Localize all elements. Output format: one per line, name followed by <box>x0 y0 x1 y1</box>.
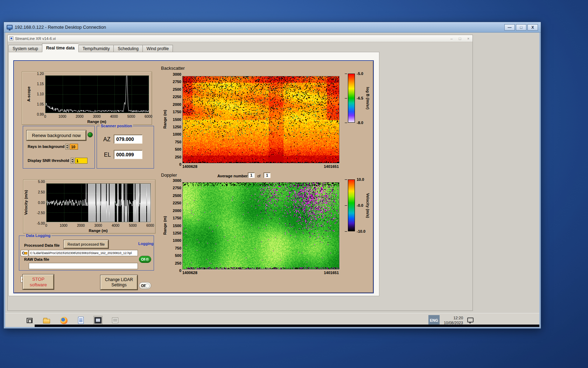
tab-bar: System setup Real time data Temp/humidit… <box>8 43 173 52</box>
remote-desktop: StreamLine XR v14-6.vi – □ × System setu… <box>5 33 539 327</box>
stop-software-button[interactable]: STOP software <box>23 274 54 289</box>
data-logging-group: Data Logging Processed Data file Restart… <box>19 236 154 271</box>
app-titlebar[interactable]: StreamLine XR v14-6.vi – □ × <box>8 35 472 42</box>
snr-value-field[interactable]: 1 <box>75 158 88 164</box>
file-explorer-icon[interactable] <box>42 316 51 325</box>
change-button-line2: Settings <box>111 282 126 288</box>
system-tray: ENG 12:20 10/08/2023 <box>428 315 474 326</box>
tick-label: 5.00 <box>38 180 45 184</box>
el-label: EL <box>104 152 111 158</box>
colorbar-tick <box>345 123 347 123</box>
language-indicator[interactable]: ENG <box>428 315 440 326</box>
tick-label: 1000 <box>58 115 66 118</box>
maximize-button[interactable]: □ <box>516 24 526 30</box>
average-count-field[interactable]: 1 <box>264 172 271 178</box>
task-view-icon[interactable] <box>25 316 34 325</box>
tick-label: 1.15 <box>37 82 44 86</box>
of-label: of <box>257 174 260 178</box>
streamline-app-icon[interactable] <box>93 316 103 325</box>
rdp-window-controls: — □ X <box>504 24 538 30</box>
ascope-plot-group: A-scope 1.201.151.101.050.99 01000200030… <box>22 71 152 125</box>
tick-label: 5000 <box>127 115 135 118</box>
tick-label: 3000 <box>94 224 102 227</box>
tick-label: 2250 <box>173 201 181 205</box>
folder-browse-icon[interactable] <box>24 252 27 254</box>
minimize-button[interactable]: — <box>504 24 515 30</box>
stop-button-line1: STOP <box>32 277 44 282</box>
velocity-x-axis-label: Range (m) <box>46 229 150 233</box>
spin-up-icon[interactable] <box>66 145 68 146</box>
minimize-button[interactable]: – <box>449 36 454 41</box>
raw-logging-toggle[interactable]: OFF <box>139 282 151 289</box>
velocity-x-ticks: 0100020003000400050006000 <box>46 224 150 228</box>
rays-value-field[interactable]: 10 <box>70 144 78 150</box>
snr-threshold-label: Display SNR threshold <box>28 158 69 163</box>
tab-system-setup[interactable]: System setup <box>8 45 42 52</box>
firefox-icon[interactable] <box>59 316 68 325</box>
restart-processed-file-button[interactable]: Restart processed file <box>64 240 108 248</box>
tick-label: 2750 <box>173 186 181 190</box>
tab-scheduling[interactable]: Scheduling <box>113 45 142 52</box>
clock-time: 12:20 <box>444 315 463 320</box>
velocity-plot <box>46 183 151 222</box>
spin-down-icon[interactable] <box>71 161 74 163</box>
doppler-heatmap <box>182 182 340 270</box>
tick-label: 3000 <box>173 72 181 76</box>
notification-bubble-icon[interactable] <box>467 318 474 322</box>
spin-up-icon[interactable] <box>71 159 74 160</box>
doppler-x-end: 1401651 <box>311 271 339 275</box>
colorbar-tick <box>345 74 347 74</box>
processed-logging-toggle[interactable]: ON <box>139 256 151 263</box>
colorbar-tick-label: -5.0 <box>357 71 363 76</box>
desktop: 192.168.0.122 - Remote Desktop Connectio… <box>0 0 588 368</box>
spin-down-icon[interactable] <box>66 147 68 149</box>
background-controls-group: Renew background now Rays in background … <box>23 126 95 169</box>
az-value-field[interactable]: 079.000 <box>114 135 142 144</box>
rdp-window: 192.168.0.122 - Remote Desktop Connectio… <box>4 22 541 329</box>
close-button[interactable]: × <box>466 36 471 41</box>
scan-scheduler-icon[interactable] <box>111 316 120 325</box>
toggle-knob <box>145 284 150 288</box>
app-window-controls: – □ × <box>449 36 471 41</box>
backscatter-colorbar: -5.0-6.5-8.0 <box>348 74 355 123</box>
doppler-colorbar: 10.0-0.0-10.0 <box>348 179 355 231</box>
backscatter-colorbar-label: log B (/m/sr) <box>365 74 370 123</box>
raw-path-field[interactable] <box>29 263 138 269</box>
processed-drive-selector[interactable]: C <box>21 250 28 256</box>
doppler-colorbar-label: Velocity (m/s) <box>365 179 370 231</box>
rays-spinner[interactable] <box>65 144 69 150</box>
tab-real-time-data[interactable]: Real time data <box>42 43 78 52</box>
average-number-field[interactable]: 1 <box>248 172 255 178</box>
rdp-titlebar[interactable]: 192.168.0.122 - Remote Desktop Connectio… <box>4 22 541 33</box>
colorbar-tick-label: -10.0 <box>357 229 365 233</box>
taskbar-icons <box>25 316 120 325</box>
tick-label: 1500 <box>173 224 181 228</box>
ascope-x-ticks: 0100020003000400050006000 <box>45 115 148 119</box>
rdp-client-frame: StreamLine XR v14-6.vi – □ × System setu… <box>4 33 541 328</box>
taskbar-edge-strip <box>35 325 539 327</box>
processed-data-file-label: Processed Data file <box>24 243 60 247</box>
doppler-title: Doppler <box>161 172 177 178</box>
tick-label: 1750 <box>173 110 181 114</box>
backscatter-y-ticks: 3000275025002250200017501500125010007505… <box>167 74 181 164</box>
snr-spinner[interactable] <box>71 158 74 164</box>
maximize-button[interactable]: □ <box>457 36 462 41</box>
tab-temp-humidity[interactable]: Temp/humidity <box>78 45 113 52</box>
tab-wind-profile[interactable]: Wind profile <box>142 45 173 52</box>
doppler-colorbar-gradient <box>348 179 355 231</box>
tick-label: 250 <box>175 261 181 265</box>
change-lidar-settings-button[interactable]: Change LiDAR Settings <box>100 275 138 290</box>
tick-label: 2250 <box>173 95 181 99</box>
rays-in-background-label: Rays in background <box>28 144 64 149</box>
tick-label: 1.20 <box>37 72 44 76</box>
processed-path-field[interactable]: C:\Lidar\Data\Proc\2023\202308\20230810\… <box>29 250 138 256</box>
tick-label: 2000 <box>173 102 181 107</box>
taskbar-clock[interactable]: 12:20 10/08/2023 <box>444 315 463 325</box>
renew-background-button[interactable]: Renew background now <box>27 130 86 141</box>
close-button[interactable]: X <box>527 24 538 30</box>
el-value-field[interactable]: 000.099 <box>114 150 142 159</box>
scanner-position-group: Scanner position AZ 079.000 EL 000.099 <box>97 126 154 169</box>
ascope-y-ticks: 1.201.151.101.050.99 <box>28 74 44 114</box>
tick-label: 0 <box>179 162 181 166</box>
text-editor-icon[interactable] <box>76 316 85 325</box>
